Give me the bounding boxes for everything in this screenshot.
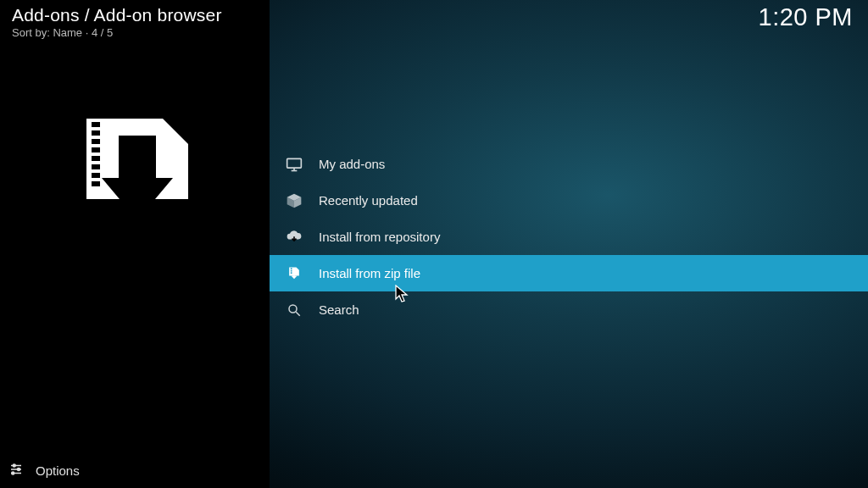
menu-item-label: My add-ons	[319, 157, 385, 171]
menu-item-my-addons[interactable]: My add-ons	[270, 146, 868, 182]
menu-item-search[interactable]: Search	[270, 291, 868, 328]
clock: 1:20 PM	[759, 3, 854, 31]
box-open-icon	[285, 191, 303, 210]
svg-point-21	[12, 472, 14, 474]
cloud-down-icon	[285, 228, 303, 247]
menu-item-recently-updated[interactable]: Recently updated	[270, 182, 868, 219]
monitor-icon	[285, 155, 303, 174]
svg-rect-3	[92, 147, 100, 152]
svg-point-19	[18, 469, 20, 471]
svg-rect-4	[92, 156, 100, 161]
svg-rect-7	[92, 181, 100, 186]
sort-prefix: Sort by:	[12, 26, 53, 39]
svg-rect-5	[92, 164, 100, 169]
menu-item-label: Recently updated	[319, 193, 418, 208]
svg-rect-2	[92, 139, 100, 144]
svg-rect-13	[291, 272, 292, 274]
addon-browser-menu: My add-ons Recently updated Install from…	[270, 146, 868, 328]
list-position: 4 / 5	[92, 26, 113, 39]
svg-rect-11	[291, 268, 292, 269]
sort-line: Sort by: Name · 4 / 5	[12, 26, 222, 39]
zip-down-icon	[285, 264, 303, 283]
sliders-icon	[8, 462, 24, 480]
menu-item-label: Search	[319, 302, 359, 317]
svg-rect-0	[92, 122, 100, 127]
svg-point-17	[13, 464, 15, 467]
sort-sep: ·	[82, 26, 92, 39]
menu-item-install-from-zip[interactable]: Install from zip file	[270, 255, 868, 291]
svg-point-14	[289, 305, 297, 313]
options-label: Options	[36, 463, 80, 478]
sort-value: Name	[53, 26, 82, 39]
menu-item-label: Install from repository	[319, 230, 440, 244]
svg-rect-1	[92, 130, 100, 136]
menu-item-label: Install from zip file	[319, 266, 420, 280]
svg-rect-8	[287, 158, 302, 168]
svg-line-15	[296, 312, 300, 316]
breadcrumb: Add-ons / Add-on browser	[12, 5, 222, 25]
header: Add-ons / Add-on browser Sort by: Name ·…	[12, 5, 222, 39]
left-sidebar	[0, 0, 270, 488]
search-icon	[285, 301, 303, 319]
options-button[interactable]: Options	[8, 462, 80, 480]
svg-rect-12	[291, 269, 292, 271]
zip-download-illustration-icon	[70, 119, 197, 237]
menu-item-install-from-repository[interactable]: Install from repository	[270, 219, 868, 255]
svg-rect-6	[92, 173, 100, 178]
